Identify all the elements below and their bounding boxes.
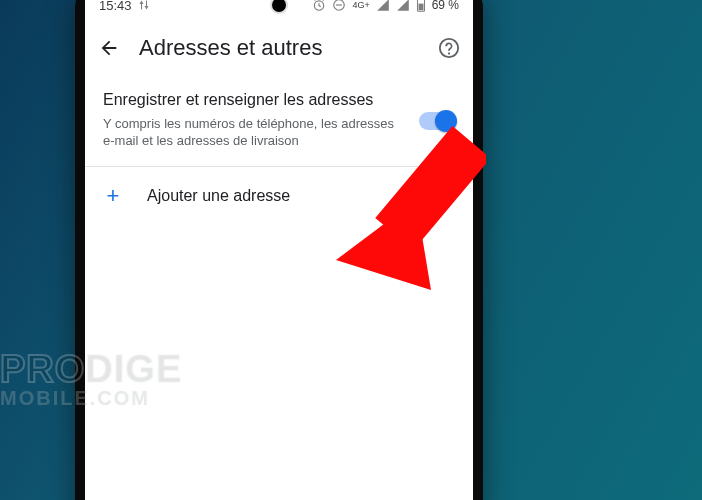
do-not-disturb-icon [332, 0, 346, 12]
phone-frame: 15:43 4G+ 69 % Adresses et autres [75, 0, 483, 500]
status-bar: 15:43 4G+ 69 % [85, 0, 473, 20]
battery-text: 69 % [432, 0, 459, 12]
status-time: 15:43 [99, 0, 132, 13]
save-fill-addresses-setting[interactable]: Enregistrer et renseigner les adresses Y… [85, 76, 473, 167]
page-title: Adresses et autres [139, 35, 419, 61]
back-button[interactable] [97, 36, 121, 60]
watermark: PRODIGE MOBILE.COM [0, 348, 182, 410]
svg-rect-3 [418, 4, 423, 11]
help-icon [438, 37, 460, 59]
help-button[interactable] [437, 36, 461, 60]
signal-icon-2 [396, 0, 410, 12]
battery-icon [416, 0, 426, 12]
add-address-button[interactable]: + Ajouter une adresse [85, 167, 473, 225]
alarm-icon [312, 0, 326, 12]
signal-icon-1 [376, 0, 390, 12]
add-address-label: Ajouter une adresse [147, 187, 290, 205]
setting-title: Enregistrer et renseigner les adresses [103, 90, 409, 111]
phone-screen: 15:43 4G+ 69 % Adresses et autres [85, 0, 473, 500]
camera-hole [270, 0, 288, 14]
arrow-back-icon [98, 37, 120, 59]
app-header: Adresses et autres [85, 20, 473, 76]
plus-icon: + [103, 183, 123, 209]
toggle-knob [435, 110, 457, 132]
save-addresses-toggle[interactable] [419, 112, 455, 130]
network-activity-icon [138, 0, 150, 11]
watermark-line-1: PRODIGE [0, 348, 182, 391]
setting-subtitle: Y compris les numéros de téléphone, les … [103, 115, 409, 150]
network-type-label: 4G+ [352, 0, 369, 10]
